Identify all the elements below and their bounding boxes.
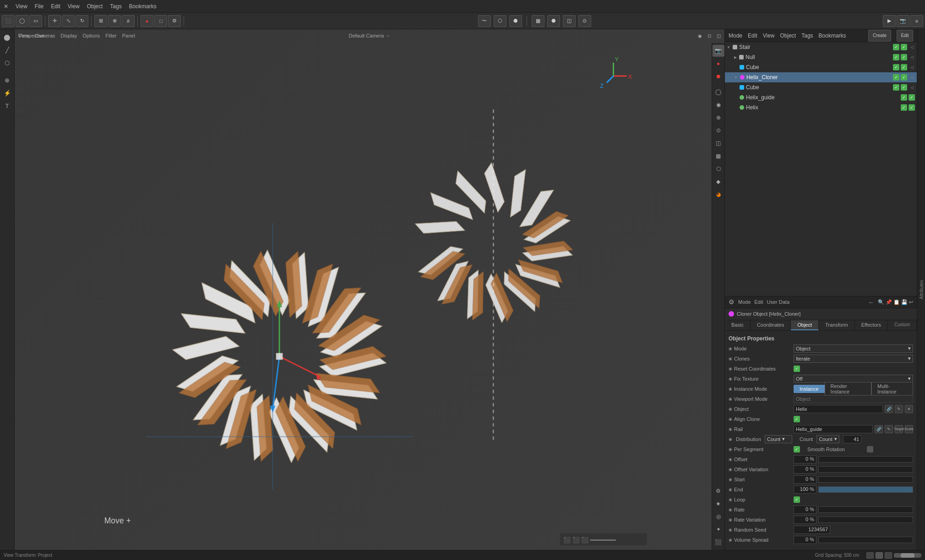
sidebar-snap[interactable]: ⚡ [1,87,13,99]
view-icon-2[interactable]: ◉ [713,99,724,111]
props-preset-custom[interactable]: Custom [888,320,917,330]
prop-end-slider[interactable] [818,486,913,493]
props-tab-object[interactable]: Object [791,320,819,330]
obj-create-btn[interactable]: Create [868,30,891,42]
obj-vis-cube2[interactable]: ✓ [893,84,899,91]
obj-render-helix-guide[interactable]: ✓ [909,94,915,101]
tool-deform[interactable]: ⬢ [509,15,522,27]
expand-icon-null[interactable]: ▶ [734,55,737,59]
sidebar-mode-edges[interactable]: ╱ [1,44,13,56]
props-menu-mode[interactable]: Mode [738,299,751,305]
obj-extra-null[interactable]: ◁ [909,54,915,60]
tool-mograph[interactable]: ▦ [532,15,544,27]
obj-render-helix[interactable]: ✓ [909,104,915,111]
obj-extra-cube1[interactable]: ◁ [909,64,915,70]
prop-rate-slider[interactable] [818,506,913,513]
props-menu-edit[interactable]: Edit [755,299,763,305]
obj-vis-helix-cloner[interactable]: ✓ [893,74,899,81]
vp-menu-view[interactable]: View [18,33,29,38]
tool-select[interactable]: ⬛ [2,15,15,27]
expand-icon-helix-cloner[interactable]: ▼ [734,75,738,80]
prop-start-field[interactable]: 0 % [794,475,816,484]
menu-file[interactable]: File [35,3,44,10]
tool-nurbs[interactable]: ⬡ [494,15,506,27]
prop-count-type-dropdown[interactable]: Count ▾ [816,435,839,443]
view-icon-3[interactable]: ⊕ [713,112,724,124]
obj-render-cube1[interactable]: ✓ [901,64,907,70]
tool-grid[interactable]: # [122,15,135,27]
obj-render-cube2[interactable]: ✓ [901,84,907,91]
prop-rate-var-slider[interactable] [818,517,913,523]
view-icon-8[interactable]: ◆ [713,176,724,188]
instance-btn-render[interactable]: Render Instance [825,382,872,396]
tool-spline[interactable]: 〜 [478,15,491,27]
tool-fields[interactable]: ◫ [563,15,576,27]
obj-header-view[interactable]: View [763,32,775,39]
prop-rail-edit-icon[interactable]: ✎ [885,425,893,433]
prop-offset-var-field[interactable]: 0 % [794,465,816,474]
tool-rect-select[interactable]: ▭ [29,15,42,27]
prop-random-seed-field[interactable]: 1234567 [794,526,830,534]
obj-vis-stair[interactable]: ✓ [893,44,899,50]
obj-row-stair[interactable]: ▼ Stair ✓ ✓ ◁ [725,42,917,52]
camera-toggle-3[interactable]: ◫ [717,33,721,38]
camera-toggle-1[interactable]: ◉ [698,33,702,38]
obj-header-mode[interactable]: Mode [729,32,742,39]
prop-rail-link-icon[interactable]: 🔗 [875,425,883,433]
prop-start-slider[interactable] [818,476,913,483]
prop-checkbox-reset-coords[interactable]: ✓ [794,366,800,372]
expand-icon-stair[interactable]: ▼ [727,45,730,49]
props-menu-userdata[interactable]: User Data [767,299,790,305]
view-icon-6[interactable]: ▦ [713,150,724,162]
obj-render-helix-cloner[interactable]: ✓ [901,74,907,81]
prop-object-link-icon[interactable]: 🔗 [885,405,893,413]
vp-menu-display[interactable]: Display [60,33,77,38]
props-tab-transform[interactable]: Transform [819,320,855,330]
menu-tags[interactable]: Tags [110,3,121,10]
view-icon-c[interactable]: ◎ [713,511,724,522]
tool-rotate[interactable]: ↻ [76,15,88,27]
prop-rail-scale-icon[interactable]: Scale [905,425,913,433]
vp-menu-options[interactable]: Options [82,33,100,38]
viewport-3d[interactable]: X Y Z [15,29,724,550]
obj-header-tags[interactable]: Tags [801,32,813,39]
view-icon-blend[interactable]: ◕ [713,188,724,200]
obj-vis-helix[interactable]: ✓ [901,104,907,111]
obj-render-null[interactable]: ✓ [901,54,907,60]
instance-btn-instance[interactable]: Instance [794,385,825,393]
prop-checkbox-align-clone[interactable]: ✓ [794,416,800,422]
view-icon-b[interactable]: ★ [713,498,724,510]
prop-object-edit-icon[interactable]: ✎ [895,405,903,413]
prop-mode-dropdown[interactable]: Object ▾ [794,345,913,353]
vp-menu-filter[interactable]: Filter [105,33,116,38]
sidebar-mode-poly[interactable]: ⬡ [1,57,13,69]
menu-edit[interactable]: Edit [51,3,60,10]
prop-offset-field[interactable]: 0 % [794,455,816,463]
view-icon-d[interactable]: ✦ [713,523,724,535]
props-tab-effectors[interactable]: Effectors [855,320,888,330]
obj-row-helix[interactable]: Helix ✓ ✓ [725,102,917,113]
obj-row-cube1[interactable]: Cube ✓ ✓ ◁ [725,62,917,72]
instance-btn-multi[interactable]: Multi-Instance [871,382,913,396]
tool-snap[interactable]: ⊕ [108,15,121,27]
tool-dynamics[interactable]: ⊙ [578,15,591,27]
sidebar-texture[interactable]: T [1,100,13,112]
prop-rate-var-field[interactable]: 0 % [794,516,816,524]
prop-volume-spread-field[interactable]: 0 % [794,536,816,544]
view-zoom-slider[interactable] [894,553,921,558]
vp-menu-panel[interactable]: Panel [122,33,135,38]
view-icon-scene[interactable]: ● [713,58,724,70]
tool-coord[interactable]: ⊞ [94,15,107,27]
prop-end-field[interactable]: 100 % [794,485,816,494]
prop-rail-target-icon[interactable]: Target [895,425,903,433]
tool-move[interactable]: ✛ [48,15,61,27]
view-icon-7[interactable]: ⬡ [713,163,724,175]
tool-effector[interactable]: ⬣ [547,15,560,27]
props-tab-basic[interactable]: Basic [725,320,751,330]
tool-render-region[interactable]: □ [154,15,167,27]
view-layout-2[interactable] [876,552,883,559]
view-icon-camera[interactable]: 📷 [713,45,724,57]
prop-object-clear-icon[interactable]: ✕ [905,405,913,413]
prop-viewport-mode-dropdown[interactable]: Object [794,395,913,403]
prop-checkbox-per-segment[interactable]: ✓ [794,446,800,452]
